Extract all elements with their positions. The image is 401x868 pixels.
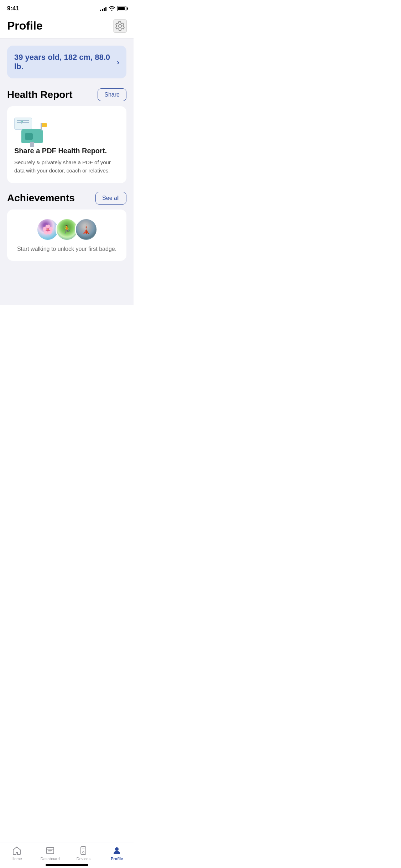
health-report-card: ♥ Share a PDF Health Report. Securely & … — [7, 106, 126, 183]
status-bar: 9:41 — [0, 0, 134, 15]
status-icons — [100, 6, 126, 11]
badges-row — [14, 218, 119, 241]
badge-3 — [75, 218, 98, 241]
heart-icon: ♥ — [20, 119, 27, 124]
header: Profile — [0, 15, 134, 38]
health-report-section: Health Report Share ♥ Share a PDF Health… — [7, 88, 126, 183]
achievements-title: Achievements — [7, 192, 75, 204]
health-report-title: Health Report — [7, 89, 73, 100]
health-report-card-title: Share a PDF Health Report. — [14, 147, 119, 155]
profile-info-banner[interactable]: 39 years old, 182 cm, 88.0 lb. › — [7, 46, 126, 78]
battery-icon — [117, 6, 126, 11]
mailbox-door — [25, 133, 33, 140]
achievements-card: Start walking to unlock your first badge… — [7, 210, 126, 261]
achievements-header: Achievements See all — [7, 192, 126, 205]
signal-icon — [100, 6, 106, 11]
page-title: Profile — [7, 19, 43, 32]
settings-button[interactable] — [114, 20, 126, 32]
health-report-illustration: ♥ — [14, 115, 53, 147]
mailbox-post — [30, 142, 34, 147]
main-content: 39 years old, 182 cm, 88.0 lb. › Health … — [0, 38, 134, 305]
chevron-right-icon: › — [117, 58, 119, 66]
status-time: 9:41 — [7, 5, 19, 12]
share-button[interactable]: Share — [98, 88, 126, 101]
gear-icon — [115, 21, 125, 31]
envelope-icon: ♥ — [14, 118, 32, 130]
profile-info-text: 39 years old, 182 cm, 88.0 lb. — [14, 53, 117, 71]
mailbox-flag — [41, 123, 42, 130]
achievements-unlock-text: Start walking to unlock your first badge… — [14, 246, 119, 252]
health-report-card-desc: Securely & privately share a PDF of your… — [14, 159, 119, 175]
achievements-section: Achievements See all Start walking to un… — [7, 192, 126, 261]
health-report-header: Health Report Share — [7, 88, 126, 101]
see-all-button[interactable]: See all — [95, 192, 126, 205]
wifi-icon — [109, 6, 115, 11]
